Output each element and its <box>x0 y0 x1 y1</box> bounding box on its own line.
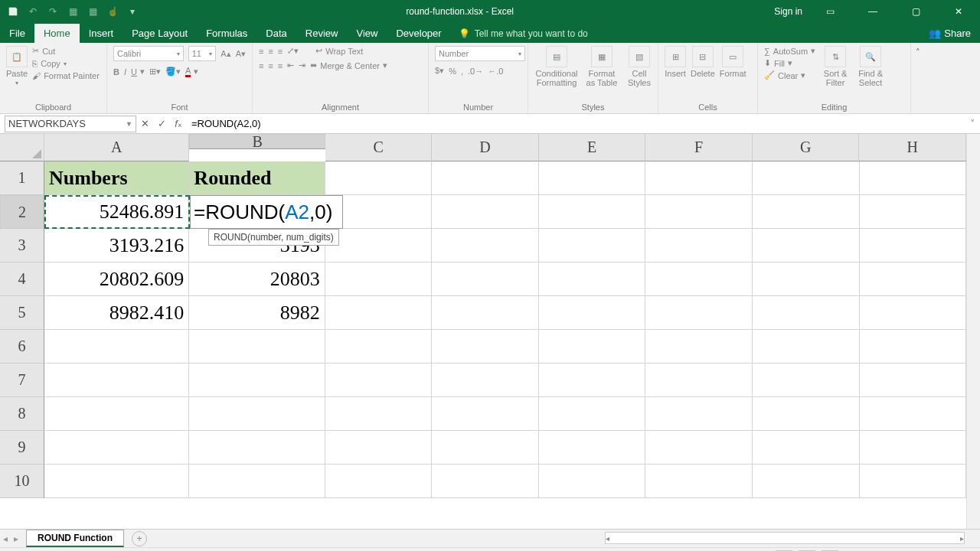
accounting-format-icon[interactable]: $▾ <box>435 66 444 76</box>
wrap-text-button[interactable]: ↩Wrap Text <box>315 46 363 56</box>
tab-developer[interactable]: Developer <box>387 24 450 43</box>
align-top-icon[interactable]: ≡ <box>259 46 263 56</box>
cell-F1[interactable] <box>645 161 753 195</box>
cell-G4[interactable] <box>753 262 860 296</box>
cell-G8[interactable] <box>753 397 860 431</box>
cell-E6[interactable] <box>539 330 646 364</box>
cell-H1[interactable] <box>860 161 967 195</box>
cell-B10[interactable] <box>189 465 325 498</box>
decrease-decimal-icon[interactable]: ←.0 <box>488 66 503 76</box>
cell-C7[interactable] <box>325 364 433 397</box>
tell-me-search[interactable]: 💡 Tell me what you want to do <box>459 28 588 43</box>
cell-C8[interactable] <box>325 397 433 431</box>
cell-D3[interactable] <box>432 229 539 262</box>
row-header-7[interactable]: 7 <box>0 364 44 397</box>
cell-A5[interactable]: 8982.410 <box>44 296 189 330</box>
tab-insert[interactable]: Insert <box>80 24 123 43</box>
enter-formula-icon[interactable]: ✓ <box>153 118 170 129</box>
active-cell-edit[interactable]: =ROUND(A2,0) <box>190 195 343 229</box>
cell-F4[interactable] <box>645 262 753 296</box>
delete-cells-button[interactable]: ⊟Delete <box>691 46 715 78</box>
sheet-nav-prev-icon[interactable]: ◂ <box>0 533 11 544</box>
cell-F2[interactable] <box>645 195 753 229</box>
clear-button[interactable]: 🧹Clear▾ <box>764 70 815 80</box>
cell-A2[interactable]: 52486.891 <box>44 195 189 229</box>
cell-B1[interactable]: Rounded <box>189 161 325 195</box>
increase-decimal-icon[interactable]: .0→ <box>468 66 483 76</box>
signin-link[interactable]: Sign in <box>774 6 802 17</box>
underline-button[interactable]: U▾ <box>131 66 145 77</box>
cell-B6[interactable] <box>189 330 325 364</box>
cell-F3[interactable] <box>645 229 753 262</box>
qat-icon[interactable]: ▦ <box>67 6 78 17</box>
sort-filter-button[interactable]: ⇅Sort & Filter <box>820 46 851 87</box>
row-header-3[interactable]: 3 <box>0 229 44 262</box>
cell-F9[interactable] <box>645 431 753 465</box>
qat-icon-2[interactable]: ▦ <box>87 6 98 17</box>
cell-C1[interactable] <box>325 161 433 195</box>
border-button[interactable]: ⊞▾ <box>149 66 161 77</box>
cell-F6[interactable] <box>645 330 753 364</box>
cell-B8[interactable] <box>189 397 325 431</box>
cell-G6[interactable] <box>753 330 860 364</box>
row-header-1[interactable]: 1 <box>0 161 44 195</box>
decrease-font-icon[interactable]: A▾ <box>236 46 246 61</box>
orientation-icon[interactable]: ⤢▾ <box>287 46 299 56</box>
find-select-button[interactable]: 🔍Find & Select <box>855 46 886 87</box>
column-header-E[interactable]: E <box>539 134 646 161</box>
cell-E10[interactable] <box>539 465 646 498</box>
cell-C6[interactable] <box>325 330 433 364</box>
row-header-2[interactable]: 2 <box>0 195 44 229</box>
vertical-scrollbar[interactable] <box>966 134 980 529</box>
column-header-D[interactable]: D <box>432 134 539 161</box>
cell-H6[interactable] <box>860 330 967 364</box>
row-header-5[interactable]: 5 <box>0 296 44 330</box>
cell-G10[interactable] <box>753 465 860 498</box>
insert-cells-button[interactable]: ⊞Insert <box>665 46 686 78</box>
cell-G7[interactable] <box>753 364 860 397</box>
cancel-formula-icon[interactable]: ✕ <box>136 118 153 129</box>
cell-E9[interactable] <box>539 431 646 465</box>
paste-button[interactable]: 📋 Paste ▾ <box>6 46 28 86</box>
merge-center-button[interactable]: ⬌Merge & Center▾ <box>310 60 387 70</box>
cell-F8[interactable] <box>645 397 753 431</box>
cells-area[interactable]: NumbersRounded52486.8913193.216319320802… <box>44 161 966 529</box>
number-format-select[interactable]: Number▾ <box>435 46 525 61</box>
cell-A3[interactable]: 3193.216 <box>44 229 189 262</box>
increase-indent-icon[interactable]: ⇥ <box>299 60 305 70</box>
cell-H8[interactable] <box>860 397 967 431</box>
cut-button[interactable]: ✂Cut <box>32 46 100 56</box>
column-header-H[interactable]: H <box>859 134 966 161</box>
cell-H10[interactable] <box>860 465 967 498</box>
save-icon[interactable] <box>8 6 18 17</box>
insert-function-icon[interactable]: fₓ <box>170 118 187 129</box>
percent-format-icon[interactable]: % <box>449 66 456 76</box>
font-color-button[interactable]: A▾ <box>185 66 198 77</box>
redo-icon[interactable]: ↷ <box>47 6 58 17</box>
cell-D4[interactable] <box>432 262 539 296</box>
cell-D8[interactable] <box>432 397 539 431</box>
cell-E8[interactable] <box>539 397 646 431</box>
row-header-4[interactable]: 4 <box>0 262 44 296</box>
cell-E2[interactable] <box>539 195 646 229</box>
autosum-button[interactable]: ∑AutoSum▾ <box>764 46 815 56</box>
cell-C9[interactable] <box>325 431 433 465</box>
align-bottom-icon[interactable]: ≡ <box>278 46 283 56</box>
format-as-table-button[interactable]: ▦Format as Table <box>583 46 620 87</box>
tab-home[interactable]: Home <box>34 24 80 43</box>
cell-C5[interactable] <box>325 296 433 330</box>
cell-D10[interactable] <box>432 465 539 498</box>
tab-file[interactable]: File <box>0 24 34 43</box>
cell-H9[interactable] <box>860 431 967 465</box>
cell-H7[interactable] <box>860 364 967 397</box>
new-sheet-button[interactable]: + <box>132 531 147 546</box>
sheet-nav-next-icon[interactable]: ▸ <box>11 533 21 544</box>
cell-A4[interactable]: 20802.609 <box>44 262 189 296</box>
minimize-button[interactable]: — <box>858 0 888 23</box>
fill-button[interactable]: ⬇Fill▾ <box>764 58 815 68</box>
tab-view[interactable]: View <box>347 24 387 43</box>
cell-D1[interactable] <box>432 161 539 195</box>
cell-H5[interactable] <box>860 296 967 330</box>
select-all-corner[interactable] <box>0 134 44 161</box>
cell-G9[interactable] <box>753 431 860 465</box>
